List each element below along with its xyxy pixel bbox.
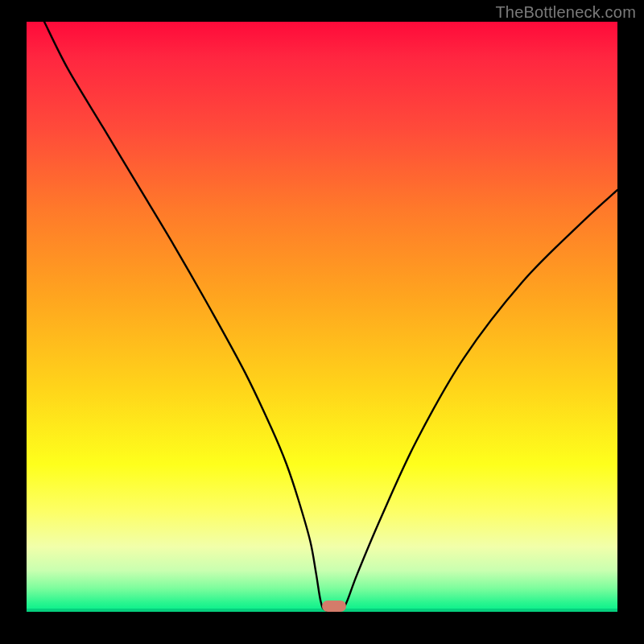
plot-area <box>27 22 617 612</box>
chart-frame: TheBottleneck.com <box>0 0 644 644</box>
optimal-point-marker <box>322 601 346 612</box>
watermark-text: TheBottleneck.com <box>495 3 636 22</box>
bottleneck-curve <box>27 22 617 612</box>
